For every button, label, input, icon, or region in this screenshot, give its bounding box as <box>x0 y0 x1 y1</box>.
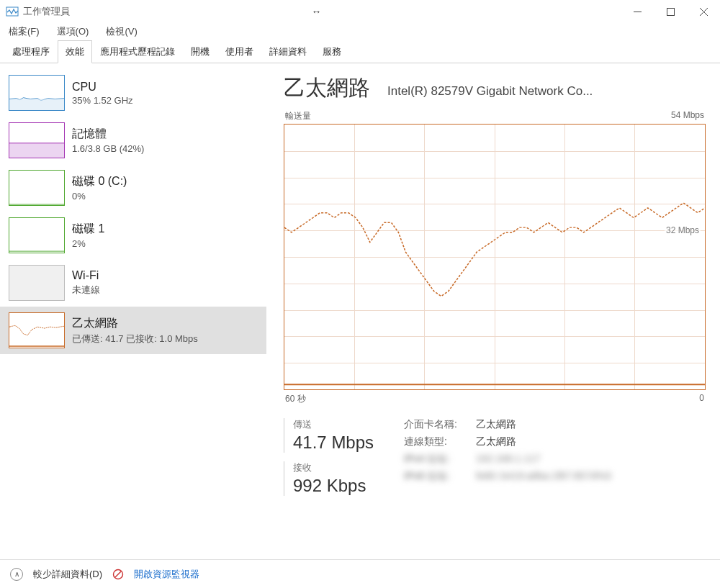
app-icon <box>6 5 19 18</box>
sidebar-disk0-sub: 0% <box>72 191 258 202</box>
cpu-thumb <box>9 75 65 111</box>
window-title: 工作管理員 <box>23 5 70 18</box>
open-resmon-link[interactable]: 開啟資源監視器 <box>134 568 199 581</box>
resize-grip-icon[interactable]: ↔ <box>312 6 322 17</box>
content: CPU 35% 1.52 GHz 記憶體 1.6/3.8 GB (42%) 磁碟… <box>0 63 720 559</box>
throughput-chart[interactable]: 32 Mbps <box>284 124 706 390</box>
ethernet-thumb <box>9 312 65 348</box>
minimize-button[interactable] <box>621 0 654 23</box>
sidebar-item-disk1[interactable]: 磁碟 1 2% <box>0 212 266 259</box>
sidebar-memory-sub: 1.6/3.8 GB (42%) <box>72 143 258 154</box>
stat-send-value: 41.7 Mbps <box>293 433 374 453</box>
tab-details[interactable]: 詳細資料 <box>261 40 315 63</box>
info-ipv6-k: IPv6 位址: <box>404 470 467 483</box>
sidebar-item-disk0[interactable]: 磁碟 0 (C:) 0% <box>0 164 266 212</box>
tab-performance[interactable]: 效能 <box>58 40 92 63</box>
menu-file[interactable]: 檔案(F) <box>6 24 42 40</box>
tab-startup[interactable]: 開機 <box>183 40 217 63</box>
info-conntype-v: 乙太網路 <box>476 435 516 448</box>
info-adapter-v: 乙太網路 <box>476 418 516 431</box>
maximize-button[interactable] <box>654 0 687 23</box>
tabbar: 處理程序 效能 應用程式歷程記錄 開機 使用者 詳細資料 服務 <box>0 40 720 63</box>
disk0-thumb <box>9 170 65 206</box>
disk1-thumb <box>9 217 65 253</box>
sidebar-memory-title: 記憶體 <box>72 127 258 142</box>
chart-label-throughput: 輸送量 <box>285 110 311 122</box>
adapter-name: Intel(R) 82579V Gigabit Network Co... <box>387 84 706 99</box>
sidebar-item-cpu[interactable]: CPU 35% 1.52 GHz <box>0 69 266 117</box>
sidebar-ethernet-sub: 已傳送: 41.7 已接收: 1.0 Mbps <box>72 333 258 345</box>
wifi-thumb <box>9 265 65 301</box>
sidebar-wifi-sub: 未連線 <box>72 284 258 297</box>
sidebar-cpu-sub: 35% 1.52 GHz <box>72 95 258 106</box>
tab-app-history[interactable]: 應用程式歷程記錄 <box>92 40 183 63</box>
resmon-icon <box>112 569 124 580</box>
svg-rect-2 <box>667 8 674 15</box>
window-controls <box>621 0 720 23</box>
chart-label-ymid: 32 Mbps <box>665 225 701 235</box>
sidebar-disk1-sub: 2% <box>72 238 258 249</box>
svg-line-12 <box>115 571 121 577</box>
sidebar-ethernet-title: 乙太網路 <box>72 316 258 331</box>
info-conntype-k: 連線類型: <box>404 435 467 448</box>
info-grid: 介面卡名稱:乙太網路 連線類型:乙太網路 IPv4 位址:192.168.1.1… <box>404 418 611 496</box>
info-ipv4-v: 192.168.1.117 <box>476 453 541 466</box>
fewer-details-button[interactable]: 較少詳細資料(D) <box>33 568 102 581</box>
chart-label-xleft: 60 秒 <box>285 393 306 405</box>
page-title: 乙太網路 <box>284 73 370 103</box>
info-ipv6-v: fe80::b419:a8ba:1f87:857d%3 <box>476 470 611 483</box>
sidebar-item-ethernet[interactable]: 乙太網路 已傳送: 41.7 已接收: 1.0 Mbps <box>0 307 266 354</box>
svg-rect-6 <box>9 143 64 158</box>
svg-rect-5 <box>9 99 64 110</box>
tab-processes[interactable]: 處理程序 <box>4 40 58 63</box>
close-button[interactable] <box>687 0 720 23</box>
stat-recv-value: 992 Kbps <box>293 476 374 496</box>
chart-label-ymax: 54 Mbps <box>671 110 704 122</box>
tab-services[interactable]: 服務 <box>315 40 349 63</box>
footer: ∧ 較少詳細資料(D) 開啟資源監視器 <box>0 559 720 588</box>
tab-users[interactable]: 使用者 <box>217 40 261 63</box>
menubar: 檔案(F) 選項(O) 檢視(V) <box>0 23 720 40</box>
sidebar-disk1-title: 磁碟 1 <box>72 222 258 237</box>
sidebar-item-wifi[interactable]: Wi-Fi 未連線 <box>0 259 266 307</box>
titlebar: 工作管理員 ↔ <box>0 0 720 23</box>
menu-view[interactable]: 檢視(V) <box>103 24 140 40</box>
sidebar-wifi-title: Wi-Fi <box>72 269 258 282</box>
sidebar-item-memory[interactable]: 記憶體 1.6/3.8 GB (42%) <box>0 117 266 164</box>
menu-options[interactable]: 選項(O) <box>54 24 92 40</box>
chart-label-xright: 0 <box>699 393 704 405</box>
stat-recv-label: 接收 <box>293 461 374 474</box>
info-adapter-k: 介面卡名稱: <box>404 418 467 431</box>
sidebar-disk0-title: 磁碟 0 (C:) <box>72 174 258 189</box>
stat-send-label: 傳送 <box>293 418 374 431</box>
main-panel: 乙太網路 Intel(R) 82579V Gigabit Network Co.… <box>266 63 720 559</box>
memory-thumb <box>9 122 65 158</box>
chevron-up-icon[interactable]: ∧ <box>10 568 23 581</box>
sidebar-cpu-title: CPU <box>72 81 258 94</box>
info-ipv4-k: IPv4 位址: <box>404 453 467 466</box>
sidebar: CPU 35% 1.52 GHz 記憶體 1.6/3.8 GB (42%) 磁碟… <box>0 63 266 559</box>
